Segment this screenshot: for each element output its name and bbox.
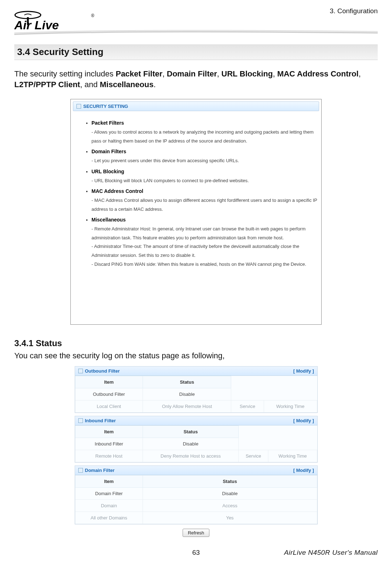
security-item: Miscellaneous- Remote Administrator Host…: [91, 215, 318, 269]
security-item-desc: - Administrator Time-out: The amount of …: [91, 242, 318, 260]
status-block-title: Outbound Filter: [85, 368, 120, 374]
security-item-desc: - Let you prevent users under this devic…: [91, 156, 318, 165]
panel-icon: [78, 468, 83, 473]
table-cell: Outbound Filter: [75, 388, 143, 400]
subsection-heading: 3.4.1 Status: [14, 338, 378, 348]
subsection-intro: You can see the security log on the stat…: [14, 351, 378, 360]
table-cell: Disable: [143, 438, 239, 450]
status-block-header: Outbound Filter[ Modify ]: [75, 367, 317, 376]
table-cell: Domain Filter: [75, 488, 143, 500]
intro-bold-4: MAC Address Control: [277, 69, 359, 78]
security-item: Packet Filters- Allows you to control ac…: [91, 118, 318, 145]
security-item-title: MAC Address Control: [91, 188, 143, 194]
table-header: Status: [143, 376, 231, 388]
security-item-desc: - Allows you to control access to a netw…: [91, 128, 318, 145]
status-block-header: Domain Filter[ Modify ]: [75, 466, 317, 475]
security-item-title: Miscellaneous: [91, 217, 126, 223]
table-cell-muted: Domain: [75, 500, 143, 512]
intro-bold-5: L2TP/PPTP Client: [14, 80, 80, 89]
security-item-title: URL Blocking: [91, 169, 124, 174]
modify-link[interactable]: [ Modify ]: [293, 368, 314, 374]
panel-header: SECURITY SETTING: [73, 101, 319, 111]
security-setting-panel: SECURITY SETTING Packet Filters- Allows …: [70, 99, 322, 325]
svg-text:®: ®: [91, 13, 94, 18]
status-block-title: Inbound Filter: [85, 418, 116, 423]
panel-icon: [76, 104, 81, 109]
panel-title: SECURITY SETTING: [83, 104, 128, 109]
intro-bold-6: Miscellaneous: [100, 80, 153, 89]
table-cell-muted: Local Client: [75, 400, 143, 413]
table-cell-muted: Working Time: [264, 400, 317, 413]
refresh-button[interactable]: Refresh: [183, 529, 210, 537]
status-page-panel: Outbound Filter[ Modify ]ItemStatusOutbo…: [75, 366, 318, 538]
section-intro: The security setting includes Packet Fil…: [14, 69, 378, 90]
table-cell-muted: Only Allow Remote Host: [143, 400, 231, 413]
modify-link[interactable]: [ Modify ]: [293, 468, 314, 473]
table-cell-muted: Working Time: [268, 450, 317, 462]
intro-bold-3: URL Blocking: [222, 69, 273, 78]
table-cell-muted: Access: [143, 500, 317, 512]
intro-prefix: The security setting includes: [14, 69, 116, 78]
table-cell-muted: Service: [238, 450, 268, 462]
security-item: MAC Address Control- MAC Address Control…: [91, 186, 318, 214]
security-item-desc: - MAC Address Control allows you to assi…: [91, 196, 318, 214]
status-block-header: Inbound Filter[ Modify ]: [75, 416, 317, 425]
section-heading: 3.4 Security Setting: [14, 44, 378, 60]
security-item: Domain Filters- Let you prevent users un…: [91, 147, 318, 165]
security-item-desc: - URL Blocking will block LAN computers …: [91, 176, 318, 185]
table-header: Status: [143, 426, 239, 438]
header-divider: [14, 29, 378, 36]
panel-icon: [78, 418, 83, 423]
table-cell-muted: Service: [231, 400, 264, 413]
table-cell-muted: Remote Host: [75, 450, 143, 462]
table-cell: Disable: [143, 488, 317, 500]
table-header: Item: [75, 376, 143, 388]
intro-bold-1: Packet Filter: [116, 69, 163, 78]
status-block: Outbound Filter[ Modify ]ItemStatusOutbo…: [75, 366, 318, 413]
table-cell: Inbound Filter: [75, 438, 143, 450]
table-cell-muted: All other Domains: [75, 512, 143, 524]
security-item-desc: - Remote Administrator Host: In general,…: [91, 225, 318, 242]
document-title: AirLive N450R User's Manual: [284, 549, 378, 557]
table-header: Item: [75, 426, 143, 438]
status-block: Inbound Filter[ Modify ]ItemStatusInboun…: [75, 416, 318, 463]
table-cell-muted: Deny Remote Host to access: [143, 450, 239, 462]
security-item-desc: - Discard PING from WAN side: When this …: [91, 260, 318, 269]
security-item: URL Blocking- URL Blocking will block LA…: [91, 167, 318, 185]
panel-icon: [78, 369, 83, 373]
status-block-title: Domain Filter: [85, 468, 115, 473]
table-cell-muted: Yes: [143, 512, 317, 524]
intro-bold-2: Domain Filter: [167, 69, 217, 78]
security-item-title: Domain Filters: [91, 149, 126, 154]
modify-link[interactable]: [ Modify ]: [293, 418, 314, 423]
status-block: Domain Filter[ Modify ]ItemStatusDomain …: [75, 465, 318, 524]
security-item-title: Packet Filters: [91, 120, 124, 126]
table-header: Item: [75, 475, 143, 488]
table-header: Status: [143, 475, 317, 488]
chapter-label: 3. Configuration: [330, 7, 378, 15]
table-cell: Disable: [143, 388, 231, 400]
